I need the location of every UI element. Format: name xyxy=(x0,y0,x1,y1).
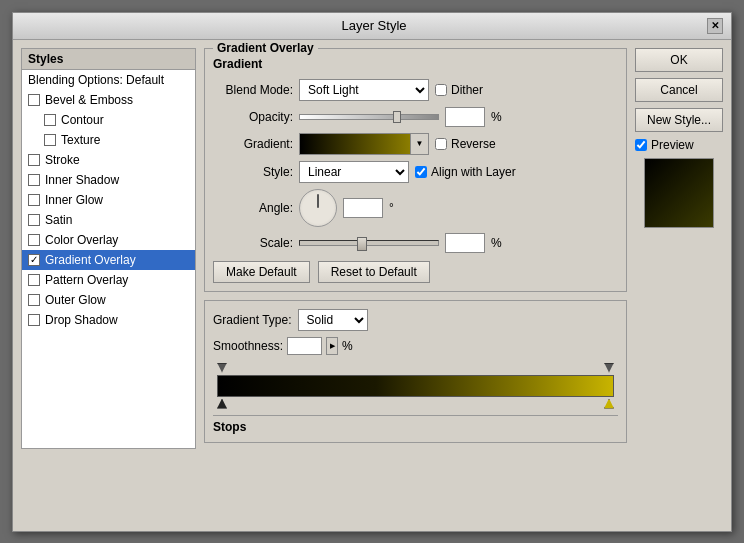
scale-row: Scale: 70 % xyxy=(213,233,618,253)
styles-panel: Styles Blending Options: Default Bevel &… xyxy=(21,48,196,449)
sidebar-item-color-overlay[interactable]: Color Overlay xyxy=(22,230,195,250)
gradient-type-row: Gradient Type: Solid Noise xyxy=(213,309,618,331)
styles-list: Blending Options: Default Bevel & Emboss… xyxy=(21,69,196,449)
pattern-overlay-label: Pattern Overlay xyxy=(45,273,128,287)
gradient-bar-area xyxy=(217,361,614,411)
scale-slider[interactable] xyxy=(299,240,439,246)
bevel-emboss-label: Bevel & Emboss xyxy=(45,93,133,107)
opacity-unit: % xyxy=(491,110,502,124)
align-layer-label: Align with Layer xyxy=(415,165,516,179)
layer-style-dialog: Layer Style ✕ Styles Blending Options: D… xyxy=(12,12,732,532)
sidebar-item-drop-shadow[interactable]: Drop Shadow xyxy=(22,310,195,330)
sidebar-item-stroke[interactable]: Stroke xyxy=(22,150,195,170)
title-bar: Layer Style ✕ xyxy=(13,13,731,40)
inner-shadow-checkbox[interactable] xyxy=(28,174,40,186)
smoothness-unit: % xyxy=(342,339,353,353)
angle-control: 90 ° xyxy=(299,189,394,227)
smoothness-stepper[interactable]: ▶ xyxy=(326,337,338,355)
outer-glow-checkbox[interactable] xyxy=(28,294,40,306)
right-panel: OK Cancel New Style... Preview xyxy=(635,48,723,449)
reverse-checkbox[interactable] xyxy=(435,138,447,150)
gradient-dropdown-btn[interactable]: ▼ xyxy=(410,134,428,154)
satin-label: Satin xyxy=(45,213,72,227)
gradient-picker[interactable]: ▼ xyxy=(299,133,429,155)
stops-label: Stops xyxy=(213,415,618,434)
inner-glow-checkbox[interactable] xyxy=(28,194,40,206)
color-stop-right[interactable] xyxy=(604,399,614,409)
gradient-type-select[interactable]: Solid Noise xyxy=(298,309,368,331)
blend-mode-select[interactable]: Soft Light Normal Multiply Screen Overla… xyxy=(299,79,429,101)
texture-label: Texture xyxy=(61,133,100,147)
dither-checkbox-label: Dither xyxy=(435,83,483,97)
sidebar-item-gradient-overlay[interactable]: ✓ Gradient Overlay xyxy=(22,250,195,270)
outer-glow-label: Outer Glow xyxy=(45,293,106,307)
sidebar-item-pattern-overlay[interactable]: Pattern Overlay xyxy=(22,270,195,290)
blend-mode-row: Blend Mode: Soft Light Normal Multiply S… xyxy=(213,79,618,101)
smoothness-input[interactable]: 100 xyxy=(287,337,322,355)
style-label: Style: xyxy=(213,165,293,179)
blending-options-label: Blending Options: Default xyxy=(28,73,164,87)
gradient-preview-bar[interactable] xyxy=(300,134,410,154)
bevel-emboss-checkbox[interactable] xyxy=(28,94,40,106)
button-row: Make Default Reset to Default xyxy=(213,261,618,283)
opacity-stop-left[interactable] xyxy=(217,363,227,373)
sidebar-item-bevel-emboss[interactable]: Bevel & Emboss xyxy=(22,90,195,110)
contour-checkbox[interactable] xyxy=(44,114,56,126)
stroke-checkbox[interactable] xyxy=(28,154,40,166)
style-select[interactable]: Linear Radial Angle Reflected Diamond xyxy=(299,161,409,183)
smoothness-row: Smoothness: 100 ▶ % xyxy=(213,337,618,355)
opacity-thumb[interactable] xyxy=(393,111,401,123)
sidebar-item-inner-glow[interactable]: Inner Glow xyxy=(22,190,195,210)
new-style-button[interactable]: New Style... xyxy=(635,108,723,132)
sidebar-item-blending-options[interactable]: Blending Options: Default xyxy=(22,70,195,90)
gradient-main-bar[interactable] xyxy=(217,375,614,397)
gradient-type-label: Gradient Type: xyxy=(213,313,292,327)
preview-checkbox[interactable] xyxy=(635,139,647,151)
main-content: Gradient Overlay Gradient Blend Mode: So… xyxy=(204,48,627,449)
sidebar-item-contour[interactable]: Contour xyxy=(22,110,195,130)
color-overlay-label: Color Overlay xyxy=(45,233,118,247)
style-row: Style: Linear Radial Angle Reflected Dia… xyxy=(213,161,618,183)
opacity-row: Opacity: 100 % xyxy=(213,107,618,127)
ok-button[interactable]: OK xyxy=(635,48,723,72)
gradient-overlay-checkbox[interactable]: ✓ xyxy=(28,254,40,266)
opacity-input[interactable]: 100 xyxy=(445,107,485,127)
angle-unit: ° xyxy=(389,201,394,215)
gradient-overlay-section: Gradient Overlay Gradient Blend Mode: So… xyxy=(204,48,627,292)
texture-checkbox[interactable] xyxy=(44,134,56,146)
angle-input[interactable]: 90 xyxy=(343,198,383,218)
color-stop-left[interactable] xyxy=(217,399,227,409)
cancel-button[interactable]: Cancel xyxy=(635,78,723,102)
align-layer-checkbox[interactable] xyxy=(415,166,427,178)
close-button[interactable]: ✕ xyxy=(707,18,723,34)
dither-label: Dither xyxy=(451,83,483,97)
dither-checkbox[interactable] xyxy=(435,84,447,96)
gradient-label: Gradient: xyxy=(213,137,293,151)
angle-label: Angle: xyxy=(213,201,293,215)
sidebar-item-outer-glow[interactable]: Outer Glow xyxy=(22,290,195,310)
color-overlay-checkbox[interactable] xyxy=(28,234,40,246)
dialog-title: Layer Style xyxy=(41,18,707,33)
pattern-overlay-checkbox[interactable] xyxy=(28,274,40,286)
opacity-label: Opacity: xyxy=(213,110,293,124)
satin-checkbox[interactable] xyxy=(28,214,40,226)
sidebar-item-texture[interactable]: Texture xyxy=(22,130,195,150)
gradient-row: Gradient: ▼ Reverse xyxy=(213,133,618,155)
gradient-overlay-label: Gradient Overlay xyxy=(45,253,136,267)
gradient-editor-section: Gradient Type: Solid Noise Smoothness: 1… xyxy=(204,300,627,443)
angle-dial[interactable] xyxy=(299,189,337,227)
scale-input[interactable]: 70 xyxy=(445,233,485,253)
sidebar-item-inner-shadow[interactable]: Inner Shadow xyxy=(22,170,195,190)
scale-thumb[interactable] xyxy=(357,237,367,251)
sidebar-item-satin[interactable]: Satin xyxy=(22,210,195,230)
drop-shadow-label: Drop Shadow xyxy=(45,313,118,327)
opacity-slider[interactable] xyxy=(299,114,439,120)
opacity-stop-right[interactable] xyxy=(604,363,614,373)
scale-unit: % xyxy=(491,236,502,250)
make-default-button[interactable]: Make Default xyxy=(213,261,310,283)
align-layer-text: Align with Layer xyxy=(431,165,516,179)
styles-header: Styles xyxy=(21,48,196,69)
reset-to-default-button[interactable]: Reset to Default xyxy=(318,261,430,283)
drop-shadow-checkbox[interactable] xyxy=(28,314,40,326)
preview-text: Preview xyxy=(651,138,694,152)
